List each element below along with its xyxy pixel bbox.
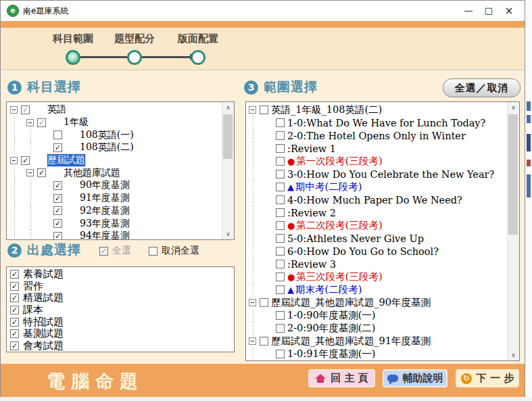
tree-label[interactable]: 1年級 <box>64 116 89 128</box>
list-item-label[interactable]: 特招試題 <box>23 316 64 329</box>
tree-label[interactable]: ●第二次段考(三段考) <box>287 219 383 232</box>
scroll-thumb[interactable] <box>223 114 233 159</box>
expand-toggle-icon[interactable] <box>249 337 256 345</box>
checkbox[interactable]: ✓ <box>10 318 19 327</box>
scroll-up-icon[interactable]: ∧ <box>222 102 234 113</box>
step-dot-2[interactable] <box>127 50 142 65</box>
scroll-down-icon[interactable]: ∨ <box>222 229 234 239</box>
checkbox[interactable]: ✓ <box>37 168 46 177</box>
tree-label[interactable]: 其他題庫試題 <box>64 167 120 179</box>
list-item-label[interactable]: 素養試題 <box>23 268 64 281</box>
tree-label[interactable]: ▲期中考(二段考) <box>287 181 362 193</box>
tree-label[interactable]: :Review 3 <box>287 259 336 270</box>
tree-label[interactable]: 1-0:What Do We Have for Lunch Today? <box>287 118 485 128</box>
checkbox[interactable] <box>276 170 285 179</box>
checkbox[interactable]: ✓ <box>53 206 62 215</box>
checkbox[interactable] <box>276 234 285 243</box>
minimize-button[interactable]: — <box>458 1 479 20</box>
next-step-button[interactable]: ↻ 下 一 步 <box>456 369 519 387</box>
expand-toggle-icon[interactable] <box>26 169 34 176</box>
tree-label[interactable]: 2-0:The Hotel Opens Only in Winter <box>287 131 466 141</box>
checkbox[interactable]: ✓ <box>10 270 19 279</box>
deselect-all-option[interactable]: 取消全選 <box>149 245 199 257</box>
scroll-down-icon[interactable]: ∨ <box>508 350 519 360</box>
scroll-thumb[interactable] <box>508 114 518 235</box>
tree-label[interactable]: 5-0:Athletes Never Give Up <box>287 233 424 244</box>
tree-label[interactable]: 4-0:How Much Paper Do We Need? <box>287 195 462 206</box>
checkbox[interactable] <box>276 195 285 204</box>
expand-toggle-icon[interactable] <box>249 106 256 114</box>
step-dot-1-active[interactable] <box>66 50 80 65</box>
select-all-option[interactable]: ✓ 全選 <box>99 245 131 257</box>
checkbox[interactable] <box>276 208 285 217</box>
tree-label[interactable]: 108英語(二) <box>80 141 134 154</box>
tree-label[interactable]: 歷屆試題_其他題庫試題_91年度基測 <box>271 335 431 348</box>
checkbox[interactable] <box>53 131 62 139</box>
checkbox[interactable]: ✓ <box>10 282 19 291</box>
checkbox[interactable]: ✓ <box>53 219 62 228</box>
select-all-checkbox[interactable]: ✓ <box>99 247 108 256</box>
checkbox[interactable] <box>276 260 285 268</box>
tree-label[interactable]: 94年度基測 <box>80 230 130 239</box>
tree-label[interactable]: :Review 1 <box>287 143 336 154</box>
checkbox[interactable] <box>260 337 268 346</box>
tree-label[interactable]: 英語 <box>47 103 66 116</box>
checkbox[interactable]: ✓ <box>21 156 30 165</box>
close-button[interactable]: × <box>499 1 519 20</box>
range-tree-scrollbar[interactable]: ∧ ∨ <box>507 102 519 360</box>
expand-toggle-icon[interactable] <box>26 119 34 126</box>
checkbox[interactable]: ✓ <box>10 329 19 338</box>
checkbox[interactable] <box>276 118 285 127</box>
tree-label[interactable]: 90年度基測 <box>80 179 130 191</box>
checkbox[interactable] <box>276 221 285 230</box>
tree-label[interactable]: ▲期末考(二段考) <box>287 283 362 296</box>
list-item-label[interactable]: 習作 <box>23 280 43 293</box>
checkbox[interactable]: ✓ <box>10 341 19 350</box>
checkbox[interactable]: ✓ <box>53 181 62 190</box>
list-item-label[interactable]: 基測試題 <box>23 327 64 340</box>
tree-label[interactable]: 91年度基測 <box>80 192 130 204</box>
checkbox[interactable] <box>276 183 285 191</box>
tree-label[interactable]: 1-0:90年度基測(一) <box>287 309 376 322</box>
expand-toggle-icon[interactable] <box>10 106 18 114</box>
checkbox[interactable] <box>276 131 285 140</box>
checkbox[interactable]: ✓ <box>37 118 46 127</box>
tree-label[interactable]: 1-0:91年度基測(一) <box>287 348 376 360</box>
toggle-select-all-button[interactable]: 全選／取消 <box>443 78 521 97</box>
checkbox[interactable] <box>276 144 285 153</box>
tree-label[interactable]: ●第三次段考(三段考) <box>287 270 383 283</box>
maximize-button[interactable]: □ <box>479 1 499 20</box>
checkbox[interactable] <box>276 157 285 166</box>
expand-toggle-icon[interactable] <box>249 299 256 306</box>
checkbox[interactable] <box>276 350 285 358</box>
step-dot-3[interactable] <box>191 50 205 65</box>
tree-label[interactable]: ●第一次段考(三段考) <box>287 155 383 168</box>
checkbox[interactable]: ✓ <box>53 194 62 203</box>
list-item-label[interactable]: 課本 <box>23 304 43 316</box>
checkbox[interactable]: ✓ <box>10 306 19 314</box>
checkbox[interactable] <box>276 285 285 294</box>
list-item-label[interactable]: 會考試題 <box>23 339 64 352</box>
tree-label[interactable]: :Review 2 <box>287 208 336 218</box>
subject-tree-scrollbar[interactable]: ∧ ∨ <box>222 102 234 239</box>
deselect-all-checkbox[interactable] <box>149 247 158 256</box>
checkbox[interactable] <box>260 105 268 114</box>
tree-label[interactable]: 2-0:90年度基測(二) <box>287 322 376 335</box>
tree-label[interactable]: 108英語(一) <box>80 129 134 141</box>
checkbox[interactable] <box>276 247 285 256</box>
checkbox[interactable]: ✓ <box>53 143 62 152</box>
checkbox[interactable] <box>276 324 285 333</box>
expand-toggle-icon[interactable] <box>10 157 18 164</box>
scroll-up-icon[interactable]: ∧ <box>508 102 519 113</box>
help-button[interactable]: 輔助說明 <box>383 369 448 387</box>
checkbox[interactable]: ✓ <box>53 232 62 239</box>
checkbox[interactable]: ✓ <box>21 105 30 114</box>
checkbox[interactable]: ✓ <box>10 293 19 302</box>
tree-label[interactable]: 英語_1年級_108英語(二) <box>271 103 382 116</box>
checkbox[interactable] <box>260 298 268 307</box>
checkbox[interactable] <box>276 273 285 281</box>
tree-label[interactable]: 歷屆試題_其他題庫試題_90年度基測 <box>271 296 431 309</box>
checkbox[interactable] <box>276 311 285 320</box>
tree-label[interactable]: 93年度基測 <box>80 218 130 230</box>
tree-label[interactable]: 92年度基測 <box>80 205 130 217</box>
